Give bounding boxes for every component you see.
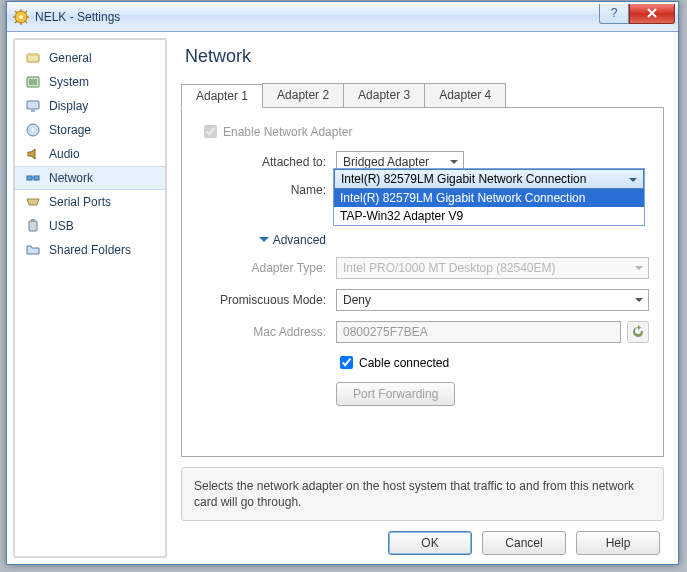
help-button[interactable]: Help bbox=[576, 531, 660, 555]
port-forwarding-button[interactable]: Port Forwarding bbox=[336, 382, 455, 406]
display-icon bbox=[25, 98, 41, 114]
sidebar-item-general[interactable]: General bbox=[15, 46, 165, 70]
name-option-0[interactable]: Intel(R) 82579LM Gigabit Network Connect… bbox=[334, 189, 644, 207]
sidebar-item-label: Network bbox=[49, 171, 93, 185]
tab-label: Adapter 4 bbox=[439, 88, 491, 102]
name-select-display[interactable]: Intel(R) 82579LM Gigabit Network Connect… bbox=[334, 169, 644, 189]
network-icon bbox=[25, 170, 41, 186]
svg-rect-15 bbox=[27, 101, 39, 109]
name-option-list: Intel(R) 82579LM Gigabit Network Connect… bbox=[334, 189, 644, 225]
sidebar-item-label: USB bbox=[49, 219, 74, 233]
storage-icon bbox=[25, 122, 41, 138]
adapter-tabstrip: Adapter 1 Adapter 2 Adapter 3 Adapter 4 bbox=[181, 83, 664, 107]
tab-label: Adapter 3 bbox=[358, 88, 410, 102]
svg-line-6 bbox=[15, 11, 17, 13]
context-help-box: Selects the network adapter on the host … bbox=[181, 467, 664, 521]
tab-adapter-1[interactable]: Adapter 1 bbox=[181, 84, 263, 108]
app-icon bbox=[13, 9, 29, 25]
tab-adapter-3[interactable]: Adapter 3 bbox=[343, 83, 425, 107]
sidebar-item-network[interactable]: Network bbox=[15, 166, 165, 190]
name-label: Name: bbox=[196, 183, 326, 197]
name-dropdown-open[interactable]: Intel(R) 82579LM Gigabit Network Connect… bbox=[333, 168, 645, 226]
svg-line-8 bbox=[15, 21, 17, 23]
enable-adapter-checkbox[interactable] bbox=[204, 125, 217, 138]
tab-label: Adapter 1 bbox=[196, 89, 248, 103]
titlebar: NELK - Settings ? bbox=[7, 2, 678, 32]
sidebar-item-audio[interactable]: Audio bbox=[15, 142, 165, 166]
general-icon bbox=[25, 50, 41, 66]
tab-label: Adapter 2 bbox=[277, 88, 329, 102]
promiscuous-label: Promiscuous Mode: bbox=[196, 293, 326, 307]
name-option-1[interactable]: TAP-Win32 Adapter V9 bbox=[334, 207, 644, 225]
tab-adapter-2[interactable]: Adapter 2 bbox=[262, 83, 344, 107]
cable-connected-checkbox[interactable] bbox=[340, 356, 353, 369]
chevron-down-icon[interactable] bbox=[259, 237, 269, 247]
name-selected-text: Intel(R) 82579LM Gigabit Network Connect… bbox=[341, 172, 586, 186]
context-help-text: Selects the network adapter on the host … bbox=[194, 479, 634, 509]
svg-rect-14 bbox=[29, 79, 37, 85]
folder-icon bbox=[25, 242, 41, 258]
svg-rect-20 bbox=[34, 176, 39, 180]
svg-rect-23 bbox=[31, 219, 35, 222]
svg-line-7 bbox=[25, 21, 27, 23]
adapter-type-select: Intel PRO/1000 MT Desktop (82540EM) bbox=[336, 257, 649, 279]
svg-point-18 bbox=[32, 129, 35, 132]
sidebar-item-shared-folders[interactable]: Shared Folders bbox=[15, 238, 165, 262]
sidebar-item-system[interactable]: System bbox=[15, 70, 165, 94]
adapter-type-label: Adapter Type: bbox=[196, 261, 326, 275]
refresh-icon bbox=[631, 325, 645, 339]
sidebar-item-label: General bbox=[49, 51, 92, 65]
page-title: Network bbox=[185, 46, 664, 67]
audio-icon bbox=[25, 146, 41, 162]
sidebar-item-label: System bbox=[49, 75, 89, 89]
titlebar-help-button[interactable]: ? bbox=[599, 4, 629, 24]
svg-rect-12 bbox=[27, 54, 39, 56]
attached-to-label: Attached to: bbox=[196, 155, 326, 169]
svg-rect-16 bbox=[31, 110, 35, 112]
svg-text:?: ? bbox=[611, 7, 618, 19]
category-sidebar: General System Display Storage Audio Net… bbox=[13, 38, 167, 558]
mac-label: Mac Address: bbox=[196, 325, 326, 339]
svg-line-9 bbox=[25, 11, 27, 13]
titlebar-close-button[interactable] bbox=[629, 4, 675, 24]
serial-icon bbox=[25, 194, 41, 210]
sidebar-item-display[interactable]: Display bbox=[15, 94, 165, 118]
settings-window: NELK - Settings ? General System Display bbox=[6, 1, 679, 565]
tab-adapter-4[interactable]: Adapter 4 bbox=[424, 83, 506, 107]
sidebar-item-storage[interactable]: Storage bbox=[15, 118, 165, 142]
sidebar-item-label: Audio bbox=[49, 147, 80, 161]
window-title: NELK - Settings bbox=[35, 10, 120, 24]
dialog-footer: OK Cancel Help bbox=[181, 531, 664, 555]
advanced-toggle[interactable]: Advanced bbox=[273, 233, 326, 247]
promiscuous-select[interactable]: Deny bbox=[336, 289, 649, 311]
svg-point-1 bbox=[19, 15, 23, 19]
svg-rect-19 bbox=[27, 176, 32, 180]
sidebar-item-serial-ports[interactable]: Serial Ports bbox=[15, 190, 165, 214]
sidebar-item-label: Serial Ports bbox=[49, 195, 111, 209]
system-icon bbox=[25, 74, 41, 90]
ok-button[interactable]: OK bbox=[388, 531, 472, 555]
adapter-tab-body: Enable Network Adapter Attached to: Brid… bbox=[181, 107, 664, 457]
usb-icon bbox=[25, 218, 41, 234]
sidebar-item-label: Display bbox=[49, 99, 88, 113]
svg-rect-22 bbox=[29, 221, 37, 231]
enable-adapter-label: Enable Network Adapter bbox=[223, 125, 352, 139]
mac-refresh-button[interactable] bbox=[627, 321, 649, 343]
cable-connected-label: Cable connected bbox=[359, 356, 449, 370]
sidebar-item-label: Shared Folders bbox=[49, 243, 131, 257]
sidebar-item-label: Storage bbox=[49, 123, 91, 137]
sidebar-item-usb[interactable]: USB bbox=[15, 214, 165, 238]
mac-address-input bbox=[336, 321, 621, 343]
cancel-button[interactable]: Cancel bbox=[482, 531, 566, 555]
main-panel: Network Adapter 1 Adapter 2 Adapter 3 Ad… bbox=[167, 32, 678, 564]
